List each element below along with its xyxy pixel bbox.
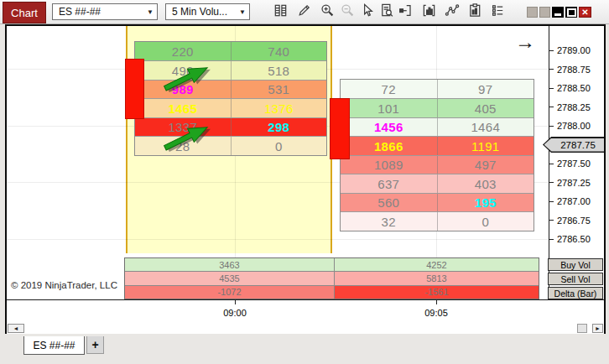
ask-volume-cell: 497 [437, 156, 534, 174]
summary-value-cell: 3463 [125, 258, 334, 271]
summary-value-cell: -1072 [125, 286, 334, 299]
summary-row: 34634252 [125, 258, 539, 271]
bid-volume-cell: 220 [135, 42, 231, 61]
price-tick: 2787.00 [549, 196, 591, 206]
chevron-down-icon: ▼ [147, 8, 154, 16]
chart-area[interactable]: 220740496518989531146513761337298280 729… [5, 24, 606, 335]
bid-volume-cell: 1089 [341, 156, 437, 174]
scroll-left-icon: ◄ [13, 325, 19, 331]
restore-icon [567, 8, 576, 17]
ask-volume-cell: 0 [437, 212, 534, 231]
scroll-left-button[interactable]: ◄ [8, 324, 24, 333]
volume-summary-table: 3463425245355813-1072-1561 [124, 257, 539, 299]
close-icon: ✕ [581, 8, 588, 17]
price-tick-label: 2789.00 [557, 45, 591, 55]
bar-chart-icon [421, 3, 437, 22]
zoom-in-button[interactable] [318, 3, 336, 21]
chart-template-button[interactable] [466, 3, 484, 21]
horizontal-scrollbar[interactable]: ◄ ► [7, 323, 604, 334]
indicators-button[interactable] [443, 3, 461, 21]
cursor-icon [359, 3, 375, 22]
footprint-row: 18661191 [341, 136, 534, 155]
bid-volume-cell: 1456 [341, 118, 437, 137]
scroll-right-icon: ► [595, 325, 601, 331]
clipboard-chart-icon [467, 3, 483, 22]
drawing-tools-button[interactable] [294, 3, 313, 21]
tick-mark [549, 88, 554, 89]
summary-value-cell: 4252 [334, 258, 539, 271]
footprint-row: 320 [341, 211, 534, 231]
time-tick [235, 300, 236, 304]
current-price-value: 2787.75 [544, 138, 606, 152]
bid-volume-cell: 72 [341, 80, 437, 99]
price-tick-label: 2787.00 [557, 196, 591, 206]
ninjatrader-chart-window: { "toolbar": { "chart_tab_label": "Chart… [0, 0, 609, 364]
interval-dropdown-value: 5 Min Volu... [172, 6, 227, 18]
footprint-row: 220740 [135, 42, 326, 61]
bid-volume-cell: 101 [341, 99, 437, 117]
data-box-button[interactable] [271, 3, 289, 21]
ask-volume-cell: 298 [231, 118, 327, 137]
go-to-latest-button[interactable]: → [512, 29, 539, 55]
price-tick: 2787.50 [549, 159, 591, 169]
panel-icon [398, 3, 414, 22]
bar-type-button[interactable] [419, 3, 438, 21]
ask-volume-cell: 405 [437, 99, 534, 117]
price-tick-label: 2788.25 [557, 102, 591, 112]
zigzag-line-icon [445, 3, 461, 22]
chart-menu-tab[interactable]: Chart [3, 2, 46, 23]
ask-volume-cell: 195 [437, 194, 534, 212]
price-tick-label: 2788.50 [557, 83, 591, 93]
tick-mark [549, 126, 554, 127]
attach-panel-button[interactable] [396, 3, 414, 21]
scroll-right-button[interactable]: ► [592, 324, 603, 333]
candle-body-0900 [125, 59, 144, 119]
footprint-table-0905: 7297101405145614641866119110894976374035… [340, 79, 534, 231]
instrument-dropdown[interactable]: ES ##-## ▼ [52, 3, 158, 20]
ask-volume-cell: 1376 [231, 99, 327, 117]
scrollbar-thumb[interactable] [577, 324, 587, 333]
price-tick-label: 2788.00 [557, 121, 591, 131]
main-toolbar: Chart ES ##-## ▼ 5 Min Volu... ▼ ✕ [0, 0, 609, 24]
footprint-row: 560195 [341, 193, 534, 212]
minimize-icon [554, 13, 561, 16]
bid-volume-cell: 32 [341, 212, 437, 231]
bid-volume-cell: 1866 [341, 137, 437, 155]
sell-vol-label: Sell Vol [548, 273, 603, 285]
minimize-button[interactable] [552, 7, 564, 18]
price-tick: 2789.00 [549, 45, 591, 55]
chart-properties-button[interactable] [377, 3, 396, 21]
price-tick-label: 2787.50 [557, 159, 591, 169]
data-series-button[interactable] [488, 3, 507, 21]
tab-es-instrument[interactable]: ES ##-## [23, 336, 85, 355]
instrument-dropdown-value: ES ##-## [59, 6, 101, 18]
tick-mark [549, 220, 554, 221]
tick-mark [549, 107, 554, 107]
restore-button[interactable] [565, 7, 577, 18]
interval-dropdown[interactable]: 5 Min Volu... ▼ [165, 3, 250, 20]
window-button-disabled-1 [527, 7, 538, 18]
delta-bar-label: Delta (Bar) [548, 287, 603, 299]
zoom-out-button[interactable] [338, 3, 357, 21]
footprint-row: 14651376 [135, 98, 326, 117]
pointer-button[interactable] [357, 3, 376, 21]
ask-volume-cell: 0 [231, 137, 327, 155]
price-tick-label: 2786.50 [557, 234, 591, 244]
green-arrow-annotation[interactable] [159, 121, 213, 154]
tick-mark [549, 239, 554, 240]
close-button[interactable]: ✕ [579, 7, 591, 18]
data-box-icon [273, 3, 289, 22]
zoom-out-icon [340, 3, 356, 22]
list-icon [490, 3, 506, 22]
ask-volume-cell: 1464 [437, 118, 534, 137]
copyright-text: © 2019 NinjaTrader, LLC [11, 280, 117, 290]
price-tick-label: 2788.75 [557, 65, 591, 75]
ask-volume-cell: 403 [437, 174, 534, 193]
tick-mark [549, 201, 554, 202]
add-tab-button[interactable]: + [86, 336, 104, 354]
buy-vol-label: Buy Vol [548, 258, 603, 271]
green-arrow-annotation[interactable] [159, 61, 213, 95]
current-price-tag: 2787.75 [543, 137, 606, 153]
zoom-in-icon [320, 3, 336, 22]
candle-body-0905 [330, 98, 350, 159]
